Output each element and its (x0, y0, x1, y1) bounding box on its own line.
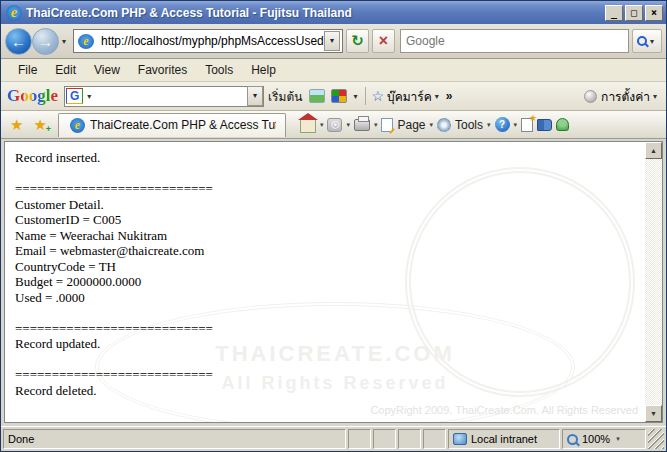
settings-button[interactable]: การตั้งค่า (601, 87, 650, 106)
document-star-icon (521, 118, 533, 132)
content-line (15, 305, 662, 321)
printer-icon (354, 119, 370, 131)
highlighter-icon[interactable] (331, 89, 347, 103)
google-go-button[interactable]: เริ่มต้น (268, 87, 302, 106)
google-combo-dropdown-icon[interactable]: ▾ (247, 86, 263, 106)
content-area: THAICREATE.COM All Rights Reserved Recor… (1, 139, 666, 426)
status-panel (398, 429, 421, 449)
maximize-button[interactable]: □ (625, 5, 643, 21)
print-dropdown-icon[interactable]: ▾ (372, 121, 380, 129)
feeds-button[interactable]: ⦿ (325, 118, 344, 132)
tools-button[interactable]: Tools (435, 118, 485, 132)
help-dropdown-icon[interactable]: ▾ (512, 121, 520, 129)
favorites-center-button[interactable]: ★ (5, 116, 28, 134)
messenger-button[interactable] (554, 118, 571, 131)
toolbar-options-dropdown-icon[interactable]: ▾ (350, 92, 360, 101)
menu-view[interactable]: View (85, 60, 129, 80)
search-options-dropdown-icon[interactable]: ▾ (647, 37, 657, 46)
title-bar: e ThaiCreate.Com PHP & Access Tutorial -… (1, 1, 666, 24)
settings-dropdown-icon[interactable]: ▾ (650, 92, 660, 101)
tools-dropdown-icon[interactable]: ▾ (485, 121, 493, 129)
research-button[interactable] (535, 119, 554, 131)
page-label: Page (397, 118, 425, 132)
search-box[interactable] (400, 29, 629, 53)
content-line (15, 166, 662, 182)
page-button[interactable]: Page (379, 118, 427, 132)
forward-button[interactable]: → (32, 28, 59, 55)
content-line: Used = .0000 (15, 290, 662, 306)
add-favorite-button[interactable]: ★ (28, 116, 51, 134)
content-line: Name = Weerachai Nukitram (15, 228, 662, 244)
menu-bar: File Edit View Favorites Tools Help (1, 59, 666, 82)
bookmarks-dropdown-icon[interactable]: ▾ (432, 92, 442, 101)
home-dropdown-icon[interactable]: ▾ (318, 121, 326, 129)
bookmarks-button[interactable]: บุ๊คมาร์ค (387, 87, 432, 106)
minimize-button[interactable]: _ (605, 5, 623, 21)
content-line (15, 352, 662, 368)
tab-title: ThaiCreate.Com PHP & Access Tutorial (90, 118, 276, 132)
google-search-combo[interactable]: G ▾ ▾ (64, 86, 264, 107)
google-toolbar: Google G ▾ ▾ เริ่มต้น ▾ ☆ บุ๊คมาร์ค ▾ » … (1, 82, 666, 111)
history-dropdown-icon[interactable]: ▾ (59, 37, 69, 46)
close-button[interactable]: × (645, 5, 663, 21)
refresh-button[interactable]: ↻ (346, 29, 369, 53)
photos-icon[interactable] (309, 89, 325, 103)
content-line: Record inserted. (15, 150, 662, 166)
back-button[interactable]: ← (5, 28, 32, 55)
menu-file[interactable]: File (9, 60, 46, 80)
scroll-down-button[interactable]: ▼ (645, 405, 662, 422)
scroll-up-button[interactable]: ▲ (645, 142, 662, 159)
settings-icon[interactable] (584, 90, 597, 103)
content-line: Customer Detail. (15, 197, 662, 213)
security-zone-panel: Local intranet (448, 429, 560, 449)
search-button[interactable]: ▾ (632, 29, 662, 53)
web-page: THAICREATE.COM All Rights Reserved Recor… (4, 141, 663, 423)
google-logo: Google (7, 86, 58, 106)
menu-help[interactable]: Help (242, 60, 285, 80)
toolbar-separator (365, 87, 366, 105)
active-tab[interactable]: e ThaiCreate.Com PHP & Access Tutorial (58, 113, 286, 137)
menu-edit[interactable]: Edit (46, 60, 85, 80)
window-title: ThaiCreate.Com PHP & Access Tutorial - F… (26, 6, 603, 20)
tools-label: Tools (455, 118, 483, 132)
feeds-dropdown-icon[interactable]: ▾ (344, 121, 352, 129)
vertical-scrollbar[interactable]: ▲ ▼ (645, 142, 662, 422)
search-input[interactable] (401, 34, 628, 48)
zoom-control[interactable]: 100% ▾ (562, 429, 646, 449)
book-icon (537, 119, 552, 131)
status-panel (423, 429, 446, 449)
home-button[interactable] (298, 116, 318, 133)
copyright-watermark: CopyRight 2009. ThaiCreate.Com. All Righ… (370, 404, 638, 416)
search-icon (637, 36, 647, 46)
navigation-bar: ← → ▾ e http://localhost/myphp/phpMsAcce… (1, 24, 666, 59)
google-g-button[interactable]: G (66, 88, 83, 104)
tab-bar: ★ ★ e ThaiCreate.Com PHP & Access Tutori… (1, 111, 666, 139)
print-button[interactable] (352, 119, 372, 131)
menu-tools[interactable]: Tools (196, 60, 242, 80)
content-line: CustomerID = C005 (15, 212, 662, 228)
help-button[interactable]: ? (493, 117, 512, 132)
resize-grip[interactable] (648, 429, 664, 449)
status-bar: Done Local intranet 100% ▾ (1, 426, 666, 451)
google-g-dropdown-icon[interactable]: ▾ (84, 92, 94, 101)
stop-button[interactable]: × (372, 29, 395, 53)
content-line: Email = webmaster@thaicreate.com (15, 243, 662, 259)
address-bar[interactable]: e http://localhost/myphp/phpMsAccessUsed… (73, 29, 343, 53)
page-icon (381, 118, 393, 132)
overflow-chevron-icon[interactable]: » (446, 89, 453, 103)
zoom-dropdown-icon[interactable]: ▾ (614, 435, 622, 443)
browser-window: e ThaiCreate.Com PHP & Access Tutorial -… (0, 0, 667, 452)
gear-icon (437, 118, 451, 132)
bookmarks-star-icon[interactable]: ☆ (371, 88, 384, 104)
add-favorite-document-button[interactable] (519, 118, 535, 132)
zone-label: Local intranet (471, 433, 537, 445)
status-text: Done (3, 429, 346, 449)
address-url[interactable]: http://localhost/myphp/phpMsAccessUsedFu… (98, 34, 324, 48)
status-panel (373, 429, 396, 449)
stop-icon: × (379, 32, 388, 50)
menu-favorites[interactable]: Favorites (129, 60, 196, 80)
messenger-icon (556, 118, 569, 131)
page-dropdown-icon[interactable]: ▾ (427, 121, 435, 129)
address-dropdown-icon[interactable]: ▾ (324, 31, 340, 51)
zoom-icon (567, 434, 578, 445)
